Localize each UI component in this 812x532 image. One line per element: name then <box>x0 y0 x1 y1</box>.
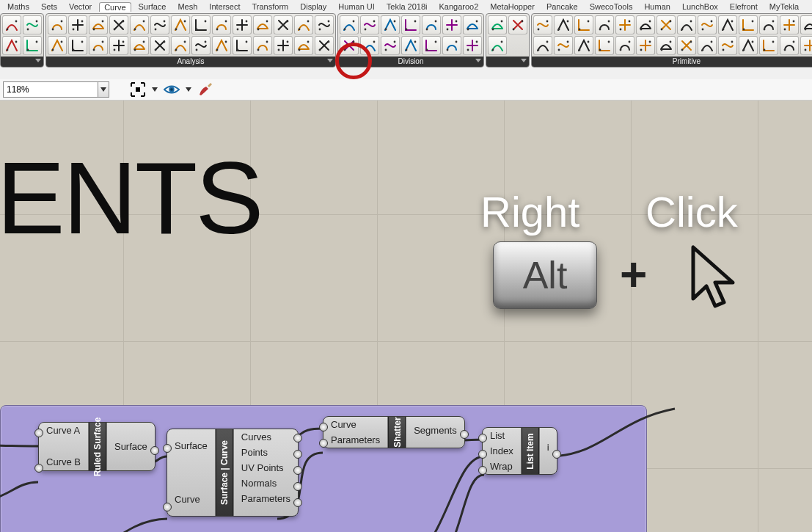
tool-button[interactable] <box>274 15 293 34</box>
tool-button[interactable] <box>488 36 507 55</box>
output-port[interactable]: Segments <box>406 423 464 438</box>
tool-button[interactable] <box>23 15 42 34</box>
zoom-dropdown-arrow-icon[interactable] <box>98 81 109 98</box>
tool-button[interactable] <box>533 15 552 34</box>
tool-button[interactable] <box>656 15 676 34</box>
tool-button[interactable] <box>718 36 737 55</box>
menu-item-human-ui[interactable]: Human UI <box>334 2 379 11</box>
menu-item-intersect[interactable]: Intersect <box>205 2 244 11</box>
component-surface-curve[interactable]: Surface Curve Surface | Curve Curves Poi… <box>167 429 299 517</box>
tool-button[interactable] <box>340 15 359 34</box>
tool-button[interactable] <box>718 15 737 34</box>
tool-button[interactable] <box>574 36 593 55</box>
tool-button[interactable] <box>508 15 527 34</box>
output-port[interactable]: Surface <box>107 439 155 454</box>
tool-button[interactable] <box>677 15 696 34</box>
tool-button[interactable] <box>360 15 379 34</box>
tool-button[interactable] <box>759 15 778 34</box>
tool-button[interactable] <box>212 36 231 55</box>
tool-button[interactable] <box>68 36 87 55</box>
tool-button[interactable] <box>212 15 231 34</box>
menu-item-pancake[interactable]: Pancake <box>542 2 582 11</box>
tool-button[interactable] <box>233 36 252 55</box>
grasshopper-canvas[interactable]: SEGMENTS Right Click Alt + Curve A <box>0 101 812 532</box>
tool-button[interactable] <box>89 15 108 34</box>
component-ruled-surface[interactable]: Curve A Curve B Ruled Surface Surface <box>38 422 156 471</box>
input-port[interactable]: Curve B <box>39 454 88 470</box>
tool-button[interactable] <box>656 36 676 55</box>
tool-button[interactable] <box>253 15 272 34</box>
tool-button[interactable] <box>739 36 758 55</box>
tool-button[interactable] <box>340 36 359 55</box>
menu-item-display[interactable]: Display <box>296 2 331 11</box>
menu-item-vector[interactable]: Vector <box>65 2 96 11</box>
tool-button[interactable] <box>615 15 634 34</box>
tool-button[interactable] <box>488 15 507 34</box>
input-port[interactable]: Curve <box>323 417 387 432</box>
tool-button[interactable] <box>554 36 573 55</box>
tool-button[interactable] <box>780 36 799 55</box>
tool-button[interactable] <box>636 36 655 55</box>
chevron-down-icon[interactable] <box>152 87 158 92</box>
menu-item-metahopper[interactable]: MetaHopper <box>486 2 539 11</box>
brush-icon[interactable] <box>197 81 213 98</box>
tool-button[interactable] <box>68 15 87 34</box>
menu-item-elefront[interactable]: Elefront <box>725 2 762 11</box>
menu-item-tekla-2018i[interactable]: Tekla 2018i <box>382 2 432 11</box>
tool-button[interactable] <box>2 36 21 55</box>
tool-button[interactable] <box>171 36 190 55</box>
tool-button[interactable] <box>780 15 799 34</box>
tool-button[interactable] <box>130 36 149 55</box>
tool-button[interactable] <box>89 36 108 55</box>
input-port[interactable]: Curve <box>167 492 215 507</box>
tool-button[interactable] <box>739 15 758 34</box>
tool-button[interactable] <box>698 36 717 55</box>
tool-button[interactable] <box>800 15 812 34</box>
tool-button[interactable] <box>463 36 482 55</box>
tool-button[interactable] <box>381 36 400 55</box>
frame-icon[interactable] <box>130 81 146 98</box>
tool-button[interactable] <box>463 15 482 34</box>
tool-button[interactable] <box>2 15 21 34</box>
tool-button[interactable] <box>315 36 334 55</box>
output-port[interactable]: Normals <box>234 475 298 491</box>
tool-button[interactable] <box>800 36 812 55</box>
tool-button[interactable] <box>274 36 293 55</box>
tool-button[interactable] <box>615 36 634 55</box>
tool-button[interactable] <box>191 15 211 34</box>
menu-item-maths[interactable]: Maths <box>3 2 34 11</box>
tool-button[interactable] <box>315 15 334 34</box>
tool-button[interactable] <box>759 36 778 55</box>
tool-button[interactable] <box>109 15 128 34</box>
menu-item-swecotools[interactable]: SwecoTools <box>585 2 637 11</box>
chevron-down-icon[interactable] <box>186 87 191 92</box>
input-port[interactable]: Wrap <box>483 459 521 474</box>
tool-button[interactable] <box>253 36 272 55</box>
component-list-item[interactable]: List Index Wrap List Item i <box>482 427 557 475</box>
menu-item-sets[interactable]: Sets <box>37 2 62 11</box>
output-port[interactable]: UV Points <box>234 460 298 475</box>
tool-button[interactable] <box>150 15 169 34</box>
tool-button[interactable] <box>130 15 149 34</box>
component-shatter[interactable]: Curve Parameters Shatter Segments <box>323 416 465 448</box>
input-port[interactable]: Curve A <box>39 423 88 438</box>
tool-button[interactable] <box>698 15 717 34</box>
input-port[interactable]: List <box>483 428 521 443</box>
tool-button[interactable] <box>381 15 400 34</box>
tool-button[interactable] <box>595 15 614 34</box>
eye-icon[interactable] <box>164 81 180 98</box>
menu-item-mytekla[interactable]: MyTekla <box>765 2 803 11</box>
output-port[interactable]: Curves <box>234 429 298 445</box>
output-port[interactable]: Parameters <box>234 491 298 506</box>
tool-button[interactable] <box>360 36 379 55</box>
menu-item-mesh[interactable]: Mesh <box>173 2 202 11</box>
tool-button[interactable] <box>533 36 552 55</box>
input-port[interactable]: Surface <box>167 438 215 453</box>
tool-button[interactable] <box>422 36 441 55</box>
tool-button[interactable] <box>109 36 128 55</box>
menu-item-kangaroo2[interactable]: Kangaroo2 <box>435 2 483 11</box>
menu-item-lunchbox[interactable]: LunchBox <box>678 2 723 11</box>
menu-item-transform[interactable]: Transform <box>248 2 293 11</box>
tool-button[interactable] <box>574 15 593 34</box>
tool-button[interactable] <box>48 15 67 34</box>
